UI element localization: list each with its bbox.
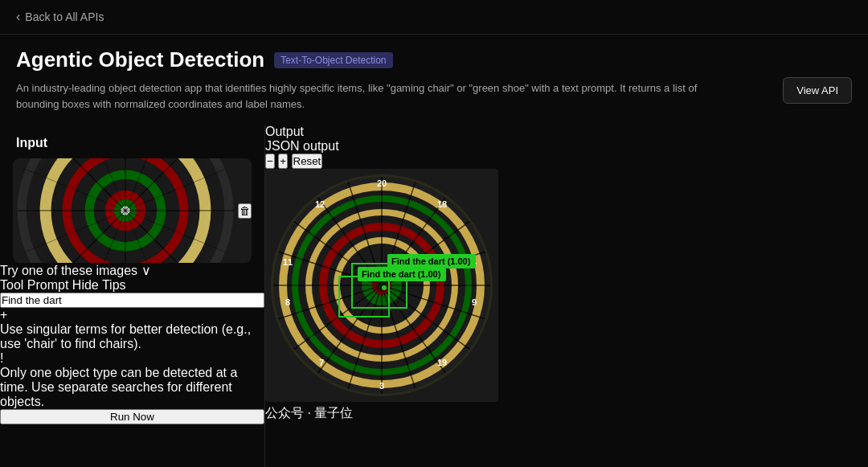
tip-icon-1: +	[0, 308, 264, 322]
tip-item-2: ! Only one object type can be detected a…	[0, 351, 264, 409]
tag-badge: Text-To-Object Detection	[274, 52, 392, 68]
output-image-area: 20 18 4 9 19 3 7 8 11 12 Find the dart (…	[265, 169, 498, 422]
description-text: An industry-leading object detection app…	[16, 80, 707, 112]
right-panel: Output JSON output − + Reset	[265, 125, 498, 467]
svg-text:9: 9	[472, 297, 477, 307]
tip-text-1: Use singular terms for better detection …	[0, 322, 251, 350]
reset-button[interactable]: Reset	[292, 154, 323, 169]
svg-text:8: 8	[285, 297, 290, 307]
main-layout: Input	[0, 125, 868, 467]
tool-prompt-label: Tool Prompt	[0, 278, 68, 292]
zoom-out-icon: −	[267, 155, 273, 167]
tip-text-2: Only one object type can be detected at …	[0, 366, 237, 408]
svg-text:3: 3	[379, 381, 384, 391]
description-area: An industry-leading object detection app…	[0, 80, 868, 125]
svg-point-64	[382, 285, 387, 290]
delete-image-button[interactable]: 🗑	[238, 203, 252, 219]
output-dartboard: 20 18 4 9 19 3 7 8 11 12 Find the dart (…	[265, 169, 498, 402]
view-api-button[interactable]: View API	[783, 77, 852, 104]
svg-text:11: 11	[283, 257, 293, 267]
zoom-in-icon: +	[280, 155, 286, 167]
watermark: 公众号 · 量子位	[265, 405, 498, 422]
back-label: Back to All APIs	[25, 10, 104, 23]
tips-area: + Use singular terms for better detectio…	[0, 308, 264, 409]
tip-icon-2: !	[0, 351, 264, 366]
left-panel: Input	[0, 125, 265, 467]
input-section-label: Input	[0, 125, 264, 158]
output-header: Output JSON output	[265, 125, 498, 154]
svg-text:12: 12	[315, 199, 325, 209]
try-images-label: Try one of these images	[0, 264, 137, 277]
tool-prompt-header: Tool Prompt Hide Tips	[0, 278, 264, 293]
svg-text:Find the dart (1.00): Find the dart (1.00)	[391, 256, 471, 266]
svg-text:19: 19	[437, 358, 447, 367]
dartboard-image	[13, 158, 238, 263]
tool-prompt-input[interactable]	[0, 293, 264, 308]
zoom-in-button[interactable]: +	[278, 154, 288, 169]
tip-highlight: one object type	[30, 366, 117, 379]
try-images-link[interactable]: Try one of these images ∨	[0, 263, 264, 278]
svg-text:20: 20	[377, 178, 387, 188]
hide-tips-link[interactable]: Hide Tips	[72, 278, 126, 292]
image-preview-area: 🗑	[13, 158, 252, 263]
svg-text:7: 7	[319, 358, 324, 367]
json-output-label: JSON output	[265, 139, 339, 153]
svg-text:Find the dart (1.00): Find the dart (1.00)	[362, 269, 441, 279]
back-link[interactable]: ‹ Back to All APIs	[16, 10, 104, 24]
title-area: Agentic Object Detection Text-To-Object …	[0, 35, 868, 80]
chevron-left-icon: ‹	[16, 10, 20, 24]
dartboard-container: 20 18 4 9 19 3 7 8 11 12 Find the dart (…	[265, 169, 498, 405]
tip-item-1: + Use singular terms for better detectio…	[0, 308, 264, 351]
header: ‹ Back to All APIs	[0, 0, 868, 35]
run-now-button[interactable]: Run Now	[0, 409, 264, 424]
json-output-area: JSON output	[265, 139, 498, 154]
zoom-out-button[interactable]: −	[265, 154, 275, 169]
image-controls: − + Reset	[265, 154, 498, 169]
page-title: Agentic Object Detection	[16, 47, 264, 72]
svg-text:18: 18	[437, 199, 447, 209]
output-label: Output	[265, 125, 304, 138]
chevron-down-icon: ∨	[141, 264, 151, 277]
